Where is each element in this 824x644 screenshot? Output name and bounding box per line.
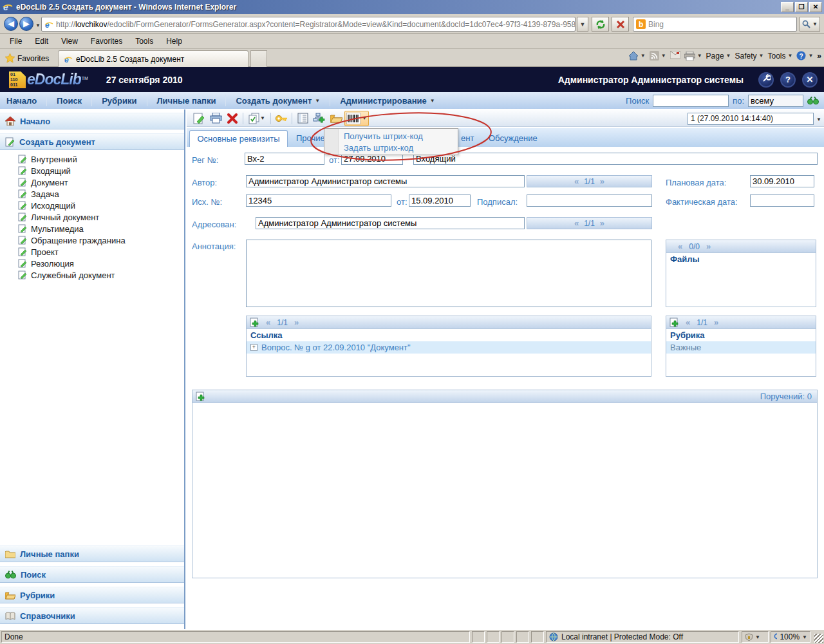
annotation-textarea[interactable] [246,240,651,307]
more-commands[interactable]: » [817,52,821,61]
out-number-input[interactable] [246,194,391,207]
reg-number-input[interactable] [245,153,324,165]
stop-button[interactable] [612,17,629,32]
search-go-button[interactable]: ▼ [800,17,820,32]
tab-document-partial[interactable]: ент [461,133,474,143]
signed-input[interactable] [527,194,652,207]
doc-type-item[interactable]: Исходящий [0,200,184,211]
menu-tools[interactable]: Tools [129,35,159,48]
sidebar-item-personal-folders[interactable]: Личные папки [0,545,184,562]
address-dropdown-button[interactable]: ▼ [577,17,588,32]
sidebar-item-create-document[interactable]: Создать документ [0,133,184,150]
barcode-button[interactable]: ▼ [344,111,369,126]
refresh-button[interactable] [592,17,609,32]
home-button[interactable]: ▼ [628,51,646,61]
browser-tab[interactable]: e eDocLib 2.5 Создать документ [58,50,248,67]
help-round-button[interactable]: ? [780,72,796,88]
sidebar-item-home[interactable]: Начало [0,113,184,129]
menu-view[interactable]: View [55,35,84,48]
print-button[interactable]: ▼ [684,52,702,61]
menu-edit[interactable]: Edit [29,35,54,48]
route-button[interactable] [311,111,328,126]
doc-kind-input[interactable] [413,153,818,165]
zoom-control[interactable]: 100% ▼ [771,631,810,643]
delete-button[interactable] [224,111,241,126]
add-icon[interactable] [670,317,679,328]
doc-type-item[interactable]: Обращение гражданина [0,234,184,246]
settings-button[interactable] [758,72,774,88]
resize-grip[interactable] [814,634,823,643]
out-date-input[interactable] [409,194,471,207]
minimize-button[interactable]: _ [781,2,794,12]
doc-type-item[interactable]: Входящий [0,165,184,176]
actual-date-input[interactable] [750,194,814,207]
menu-favorites[interactable]: Favorites [85,35,128,48]
author-pager[interactable]: «1/1» [527,175,652,187]
pager-prev-icon[interactable]: « [678,242,682,251]
print-doc-button[interactable] [207,111,224,126]
safety-menu[interactable]: Safety▼ [735,52,764,61]
tab-discussion[interactable]: Обсуждение [489,133,538,143]
back-button[interactable]: ◀ [4,17,18,31]
pager-next-icon[interactable]: » [294,317,299,327]
pager-prev-icon[interactable]: « [574,218,579,228]
pager-next-icon[interactable]: » [714,317,718,327]
copy-button[interactable]: ▼ [245,111,268,126]
sidebar-item-rubrics[interactable]: Рубрики [0,587,184,603]
nav-search[interactable]: Поиск [47,95,92,106]
search-scope-select[interactable]: всему [748,95,803,107]
rubric-item[interactable]: Важные [666,341,816,354]
sidebar-item-directories[interactable]: Справочники [0,607,184,624]
new-tab-stub[interactable] [250,50,267,67]
doc-type-item[interactable]: Личный документ [0,211,184,223]
menu-item-get-barcode[interactable]: Получить штрих-код [344,131,423,141]
nav-create-document[interactable]: Создать документ▼ [226,95,330,106]
page-menu[interactable]: Page▼ [706,52,731,61]
pager-prev-icon[interactable]: « [686,317,690,327]
nav-personal-folders[interactable]: Личные папки [147,95,227,106]
reg-card-button[interactable] [294,111,311,126]
doc-type-item[interactable]: Проект [0,246,184,258]
doc-type-item[interactable]: Резолюция [0,258,184,269]
copy-dropdown-icon[interactable]: ▼ [260,115,265,121]
pager-next-icon[interactable]: » [600,218,604,228]
record-dropdown-icon[interactable]: ▼ [816,117,821,122]
history-dropdown-icon[interactable]: ▼ [35,23,41,28]
url-field[interactable]: e http://lovchikov/edoclib/FormGenerator… [41,17,576,32]
pager-next-icon[interactable]: » [706,242,711,251]
restore-button[interactable]: ❐ [795,2,808,12]
doc-type-item[interactable]: Мультимедиа [0,223,184,234]
pager-prev-icon[interactable]: « [266,317,270,327]
close-button[interactable]: ✕ [809,2,822,12]
tools-menu[interactable]: Tools▼ [767,52,792,61]
expand-icon[interactable]: + [250,344,258,351]
pager-prev-icon[interactable]: « [574,176,579,186]
menu-help[interactable]: Help [160,35,188,48]
barcode-dropdown-icon[interactable]: ▼ [362,115,367,121]
mail-button[interactable] [670,51,680,61]
nav-rubrics[interactable]: Рубрики [92,95,147,106]
addressee-input[interactable] [256,217,525,229]
permissions-button[interactable] [273,111,290,126]
app-search-input[interactable] [653,95,729,107]
menu-file[interactable]: File [4,35,28,48]
addressee-pager[interactable]: «1/1» [527,217,652,229]
help-button[interactable]: ?▼ [796,51,813,61]
nav-administration[interactable]: Администрирование▼ [330,95,445,106]
link-item[interactable]: + Вопрос. № g от 22.09.2010 "Документ" [247,341,651,354]
record-selector[interactable]: 1 (27.09.2010 14:14:40) [688,113,814,125]
files-pager[interactable]: «0/0» [666,240,816,253]
doc-type-item[interactable]: Внутренний [0,153,184,165]
sidebar-item-search[interactable]: Поиск [0,566,184,583]
favorites-label[interactable]: Favorites [17,54,49,63]
nav-home[interactable]: Начало [0,95,47,106]
binoculars-icon[interactable] [807,96,819,105]
protected-mode-button[interactable]: ▼ [742,631,769,643]
forward-button[interactable]: ▶ [19,17,33,31]
planned-date-input[interactable] [750,175,814,187]
exit-button[interactable]: ✕ [802,72,818,88]
doc-type-item[interactable]: Документ [0,176,184,188]
pager-next-icon[interactable]: » [600,176,604,186]
search-box[interactable]: b Bing [633,17,797,32]
edit-button[interactable] [191,111,207,126]
